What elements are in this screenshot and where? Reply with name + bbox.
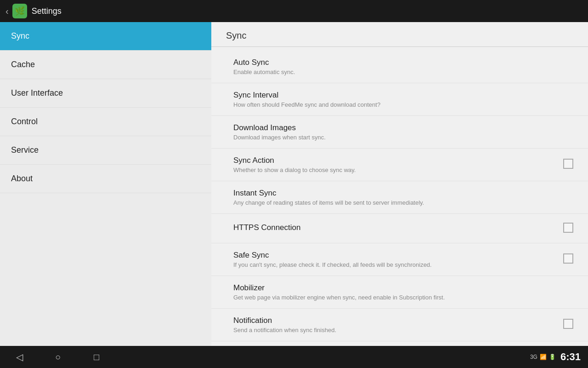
- setting-mobilizer[interactable]: Mobilizer Get web page via mobilizer eng…: [211, 276, 588, 309]
- setting-sync-on-launch[interactable]: Sync on App Launch: [211, 341, 588, 346]
- sidebar-item-user-interface[interactable]: User Interface: [0, 79, 211, 108]
- sidebar-item-service[interactable]: Service: [0, 136, 211, 165]
- mobilizer-title: Mobilizer: [233, 283, 573, 293]
- recents-button[interactable]: □: [88, 349, 105, 365]
- back-nav-icon[interactable]: ‹: [6, 6, 9, 17]
- download-images-subtitle: Download images when start sync.: [233, 134, 573, 141]
- main-layout: Sync Cache User Interface Control Servic…: [0, 22, 588, 346]
- sync-action-checkbox[interactable]: [563, 159, 573, 169]
- sidebar-item-control[interactable]: Control: [0, 108, 211, 136]
- instant-sync-title: Instant Sync: [233, 189, 573, 198]
- sync-action-subtitle: Whether to show a dialog to choose sync …: [233, 167, 556, 173]
- back-button[interactable]: ◁: [11, 349, 28, 365]
- instant-sync-subtitle: Any change of reading states of items wi…: [233, 199, 573, 206]
- setting-download-images[interactable]: Download Images Download images when sta…: [211, 116, 588, 149]
- sidebar-item-sync[interactable]: Sync: [0, 22, 211, 51]
- sync-action-title: Sync Action: [233, 156, 556, 165]
- safe-sync-checkbox[interactable]: [563, 253, 573, 264]
- top-bar: ‹ 🌿 Settings: [0, 0, 588, 22]
- system-info: 3G 📶 🔋 6:31: [530, 351, 581, 363]
- notification-subtitle: Send a notification when sync finished.: [233, 327, 556, 334]
- safe-sync-title: Safe Sync: [233, 251, 556, 260]
- notification-title: Notification: [233, 316, 556, 325]
- https-connection-title: HTTPS Connection: [233, 223, 556, 232]
- notification-checkbox[interactable]: [563, 319, 573, 329]
- setting-safe-sync[interactable]: Safe Sync If you can't sync, please chec…: [211, 243, 588, 276]
- content-panel: Sync Auto Sync Enable automatic sync. Sy…: [211, 22, 588, 346]
- setting-https-connection[interactable]: HTTPS Connection: [211, 214, 588, 243]
- sync-interval-title: Sync Interval: [233, 91, 573, 100]
- sync-interval-subtitle: How often should FeedMe sync and downloa…: [233, 101, 573, 108]
- bottom-bar: ◁ ○ □ 3G 📶 🔋 6:31: [0, 346, 588, 368]
- app-icon: 🌿: [12, 4, 27, 18]
- sidebar: Sync Cache User Interface Control Servic…: [0, 22, 211, 346]
- nav-buttons: ◁ ○ □: [11, 349, 105, 365]
- clock: 6:31: [560, 351, 581, 363]
- setting-notification[interactable]: Notification Send a notification when sy…: [211, 309, 588, 341]
- setting-instant-sync[interactable]: Instant Sync Any change of reading state…: [211, 181, 588, 214]
- setting-auto-sync[interactable]: Auto Sync Enable automatic sync.: [211, 51, 588, 83]
- safe-sync-subtitle: If you can't sync, please check it. If c…: [233, 261, 556, 268]
- auto-sync-title: Auto Sync: [233, 58, 573, 67]
- download-images-title: Download Images: [233, 123, 573, 132]
- https-connection-checkbox[interactable]: [563, 223, 573, 233]
- signal-icon: 📶: [540, 354, 547, 360]
- home-button[interactable]: ○: [50, 349, 66, 365]
- network-label: 3G: [530, 354, 537, 360]
- settings-list: Auto Sync Enable automatic sync. Sync In…: [211, 47, 588, 346]
- sidebar-item-cache[interactable]: Cache: [0, 51, 211, 79]
- battery-icon: 🔋: [549, 354, 556, 360]
- auto-sync-subtitle: Enable automatic sync.: [233, 69, 573, 75]
- page-title: Settings: [32, 6, 62, 16]
- status-icons: 3G 📶 🔋: [530, 354, 556, 360]
- content-header: Sync: [211, 22, 588, 47]
- setting-sync-interval[interactable]: Sync Interval How often should FeedMe sy…: [211, 83, 588, 116]
- setting-sync-action[interactable]: Sync Action Whether to show a dialog to …: [211, 149, 588, 181]
- mobilizer-subtitle: Get web page via mobilizer engine when s…: [233, 294, 573, 301]
- sidebar-item-about[interactable]: About: [0, 165, 211, 193]
